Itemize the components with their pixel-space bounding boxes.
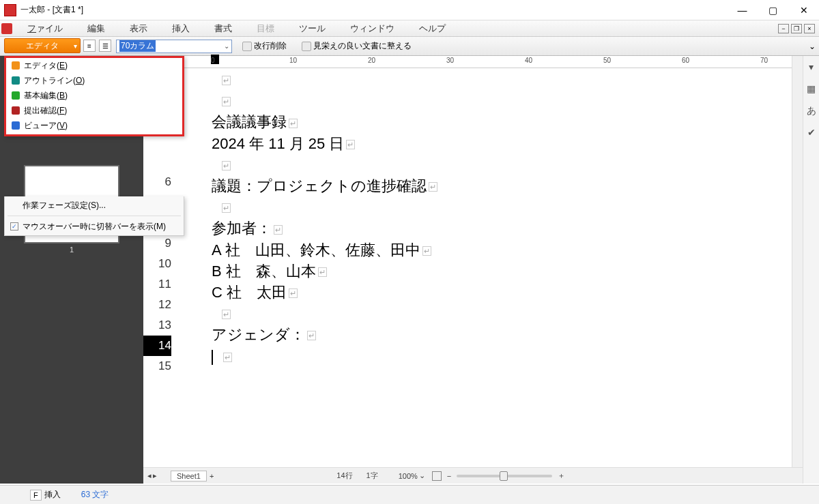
delete-return-button[interactable]: 改行削除 [238, 39, 291, 54]
status-mode-button[interactable]: F [30, 490, 42, 501]
toolbar-overflow[interactable]: ⌄ [805, 37, 819, 56]
dropdown-item[interactable]: 基本編集(B) [6, 88, 182, 103]
calendar-icon[interactable]: ▦ [805, 83, 818, 95]
beautify-button[interactable]: 見栄えの良い文書に整える [297, 39, 416, 54]
document-line[interactable]: 議題：プロジェクトの進捗確認↵ [212, 176, 792, 197]
phase-dropdown-extra: 作業フェーズ設定(S)... ✓ マウスオーバー時に切替バーを表示(M) [4, 196, 184, 236]
zoom-in[interactable]: ＋ [558, 471, 565, 481]
document-line[interactable]: 参加者：↵ [212, 218, 792, 239]
app-icon [4, 4, 16, 16]
menu-edit[interactable]: 編集 [75, 23, 117, 35]
line-number: 14 [143, 336, 171, 356]
dropdown-mouseover-toggle[interactable]: ✓ マウスオーバー時に切替バーを表示(M) [5, 218, 184, 235]
menu-insert[interactable]: 挿入 [160, 23, 202, 35]
zoom-fit-icon[interactable] [432, 471, 442, 481]
delete-return-label: 改行削除 [254, 40, 287, 52]
return-mark-icon: ↵ [222, 97, 231, 106]
filter-icon[interactable]: ▾ [805, 61, 818, 74]
horizontal-ruler[interactable]: 010203040506070 [174, 56, 803, 68]
menu-tool[interactable]: ツール [287, 23, 338, 35]
dropdown-settings[interactable]: 作業フェーズ設定(S)... [5, 196, 184, 214]
beautify-label: 見栄えの良い文書に整える [313, 40, 412, 52]
document-line[interactable]: C 社 太田↵ [212, 282, 792, 303]
document-line[interactable]: アジェンダ：↵ [212, 325, 792, 346]
return-mark-icon: ↵ [222, 203, 231, 213]
kana-icon[interactable]: あ [805, 105, 818, 117]
maximize-button[interactable]: ▢ [758, 0, 788, 20]
menu-help[interactable]: ヘルプ [407, 23, 458, 35]
line-number: 15 [143, 356, 171, 376]
dropdown-item[interactable]: 提出確認(F) [6, 103, 182, 118]
square-icon [12, 106, 20, 115]
chevron-down-icon: ▾ [74, 42, 77, 50]
status-char-count: 63 文字 [81, 489, 109, 501]
square-icon [12, 76, 20, 85]
document-line[interactable]: ↵ [212, 91, 792, 112]
ruler-tick: 30 [446, 57, 454, 64]
document-line[interactable]: ↵ [212, 197, 792, 218]
cursor-col: 1字 [367, 471, 378, 481]
minimize-button[interactable]: — [727, 0, 758, 20]
ruler-tick: 60 [682, 57, 689, 64]
window-title: 一太郎 - [文書1 *] [20, 4, 83, 16]
dropdown-item-label: 基本編集(B) [24, 90, 68, 102]
doc-min-button[interactable]: − [778, 24, 789, 33]
sheet-nav-next[interactable]: ▸ [153, 471, 157, 480]
sheet-nav-prev[interactable]: ◂ [147, 471, 152, 480]
text-cursor [212, 350, 213, 365]
document-line[interactable]: ↵ [212, 155, 792, 176]
close-button[interactable]: ✕ [788, 0, 819, 20]
doc-restore-button[interactable]: ❐ [791, 24, 802, 33]
document-line[interactable]: B 社 森、山本↵ [212, 261, 792, 282]
bottom-status-strip: ◂ ▸ Sheet1 + 14行 1字 100% ⌄ − ＋ [143, 467, 803, 484]
ruler-tick: 0 [211, 57, 215, 64]
editor-area: 010203040506070 6789101112131415 ↵↵会議議事録… [143, 56, 803, 484]
check-icon[interactable]: ✔ [805, 127, 818, 139]
dropdown-mouseover-label: マウスオーバー時に切替バーを表示(M) [23, 221, 166, 233]
zoom-slider-knob[interactable] [500, 471, 508, 481]
sheet-tab[interactable]: Sheet1 [171, 471, 207, 481]
return-mark-icon: ↵ [346, 140, 355, 149]
phase-button-label: エディタ [26, 40, 59, 52]
toolbar-toggle-1[interactable]: ≡ [83, 40, 96, 52]
document-line[interactable]: ↵ [212, 346, 792, 367]
menu-format[interactable]: 書式 [202, 23, 244, 35]
toolbar: エディタ ▾ ≡ ☰ 70カラム ⌄ 改行削除 見栄えの良い文書に整える ⌄ [0, 37, 819, 56]
document-line[interactable]: A 社 山田、鈴木、佐藤、田中↵ [212, 240, 792, 261]
ruler-tick: 50 [603, 57, 611, 64]
dropdown-item[interactable]: エディタ(E) [6, 58, 182, 73]
dropdown-item[interactable]: アウトライン(O) [6, 73, 182, 88]
column-select-value: 70カラム [119, 40, 156, 52]
doc-window-controls: − ❐ × [778, 24, 819, 33]
page-icon [302, 42, 311, 51]
menu-view[interactable]: 表示 [117, 23, 160, 35]
menu-file[interactable]: フファイルァイル [15, 23, 75, 35]
zoom-out[interactable]: − [447, 472, 451, 480]
document-line[interactable]: ↵ [212, 70, 792, 91]
toolbar-toggle-2[interactable]: ☰ [99, 40, 111, 52]
document-body[interactable]: 6789101112131415 ↵↵会議議事録↵2024 年 11 月 25 … [143, 70, 792, 467]
document-line[interactable] [212, 368, 792, 388]
return-mark-icon: ↵ [223, 353, 232, 362]
zoom-value: 100% [399, 472, 418, 480]
document-line[interactable]: 会議議事録↵ [212, 112, 792, 133]
line-number: 11 [143, 274, 171, 295]
zoom-slider[interactable] [457, 475, 552, 477]
vertical-scrollbar[interactable] [792, 56, 803, 467]
phase-button[interactable]: エディタ ▾ [4, 38, 81, 53]
dropdown-item[interactable]: ビューア(V) [6, 118, 182, 133]
column-select[interactable]: 70カラム ⌄ [116, 40, 232, 53]
document-line[interactable]: 2024 年 11 月 25 日↵ [212, 134, 792, 155]
phase-dropdown: エディタ(E)アウトライン(O)基本編集(B)提出確認(F)ビューア(V) [4, 56, 184, 136]
document-line[interactable]: ↵ [212, 303, 792, 325]
text-content[interactable]: ↵↵会議議事録↵2024 年 11 月 25 日↵↵議題：プロジェクトの進捗確認… [212, 70, 792, 388]
menu-window[interactable]: ウィンドウ [338, 23, 407, 35]
line-number: 10 [143, 254, 171, 274]
return-mark-icon: ↵ [289, 288, 298, 298]
zoom-dropdown[interactable]: ⌄ [419, 471, 425, 480]
doc-icon [1, 23, 12, 34]
sheet-add[interactable]: + [210, 472, 214, 480]
doc-close-button[interactable]: × [804, 24, 815, 33]
return-delete-icon [242, 42, 252, 51]
return-mark-icon: ↵ [429, 182, 437, 192]
